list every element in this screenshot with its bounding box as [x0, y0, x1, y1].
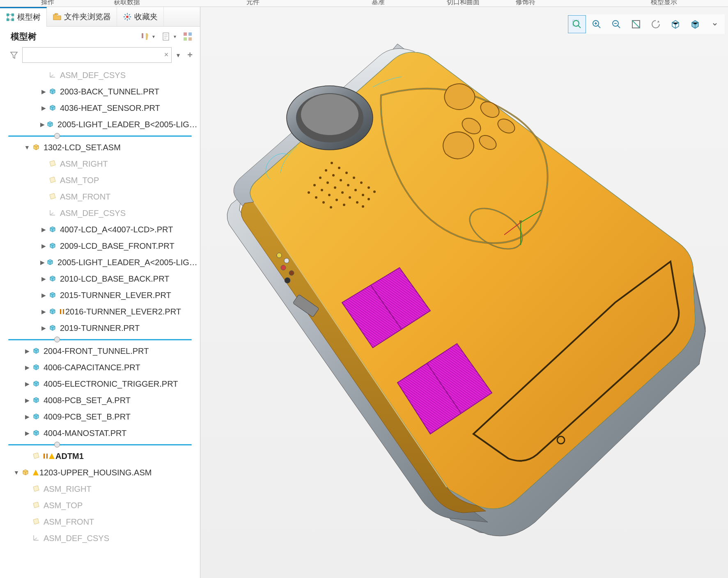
- tree-node[interactable]: ▶ASM_FRONT: [0, 188, 200, 205]
- svg-rect-9: [188, 37, 192, 41]
- expander-icon[interactable]: ▶: [39, 226, 48, 233]
- tree-node[interactable]: ▶4009-PCB_SET_B.PRT: [0, 408, 200, 425]
- tab-favorites[interactable]: 收藏夹: [117, 7, 164, 27]
- expander-icon[interactable]: ▶: [23, 348, 31, 354]
- tree-node[interactable]: ▶4006-CAPACITANCE.PRT: [0, 359, 200, 376]
- filter-clear-button[interactable]: ×: [164, 50, 169, 59]
- expander-icon[interactable]: ▶: [39, 275, 48, 282]
- tree-node[interactable]: ▶4004-MANOSTAT.PRT: [0, 425, 200, 441]
- ribbon-group-label: 操作: [41, 0, 54, 7]
- expander-icon[interactable]: ▼: [23, 144, 31, 151]
- tree-node[interactable]: ▶ASM_FRONT: [0, 514, 200, 530]
- svg-point-35: [334, 186, 336, 189]
- model-tree-scroll[interactable]: ▶ASM_DEF_CSYS▶2003-BACK_TUNNEL.PRT▶4036-…: [0, 67, 200, 578]
- filter-input[interactable]: [22, 47, 172, 63]
- svg-point-58: [285, 278, 290, 283]
- graphics-viewport[interactable]: [200, 7, 728, 578]
- tree-node[interactable]: ▶2005-LIGHT_LEADER_B<2005-LIGHT_LEADER>.…: [0, 116, 200, 133]
- tree-node-assembly[interactable]: ▼1302-LCD_SET.ASM: [0, 139, 200, 156]
- svg-point-49: [367, 198, 370, 200]
- expander-icon[interactable]: ▼: [12, 469, 21, 476]
- tree-node[interactable]: ▶2015-TURNNER_LEVER.PRT: [0, 287, 200, 303]
- tree-node[interactable]: ▶4007-LCD_A<4007-LCD>.PRT: [0, 221, 200, 238]
- expander-icon[interactable]: ▶: [39, 88, 48, 95]
- plane-icon: [32, 484, 41, 493]
- tree-node-label: ADTM1: [55, 452, 84, 461]
- tree-node[interactable]: ▶4008-PCB_SET_A.PRT: [0, 392, 200, 408]
- tree-node[interactable]: ▶2019-TURNNER.PRT: [0, 320, 200, 336]
- view-more-button[interactable]: [706, 15, 724, 33]
- tree-node-label: 1203-UPPER_HOUSING.ASM: [39, 468, 152, 477]
- plane-icon: [48, 192, 57, 201]
- tree-settings-button[interactable]: [140, 32, 150, 41]
- tree-node-datum[interactable]: ▶ADTM1: [0, 448, 200, 464]
- filter-button[interactable]: [9, 50, 19, 60]
- insert-indicator[interactable]: [0, 133, 200, 139]
- expander-icon[interactable]: ▶: [23, 413, 31, 420]
- tree-node-label: 4004-MANOSTAT.PRT: [44, 429, 126, 438]
- refit-button[interactable]: [627, 15, 645, 33]
- insert-indicator[interactable]: [0, 336, 200, 343]
- expander-icon[interactable]: ▶: [39, 308, 48, 315]
- expander-icon[interactable]: ▶: [39, 105, 48, 111]
- ribbon-group-label: 元件: [246, 0, 260, 7]
- display-component-button[interactable]: [686, 15, 704, 33]
- svg-point-64: [573, 21, 579, 26]
- tree-node[interactable]: ▶ASM_RIGHT: [0, 481, 200, 497]
- tree-node-assembly[interactable]: ▼1203-UPPER_HOUSING.ASM: [0, 464, 200, 481]
- tree-node[interactable]: ▶ASM_TOP: [0, 172, 200, 188]
- tab-model-tree[interactable]: 模型树: [0, 7, 47, 27]
- svg-rect-6: [184, 32, 187, 36]
- tree-node[interactable]: ▶2009-LCD_BASE_FRONT.PRT: [0, 238, 200, 254]
- expander-icon[interactable]: ▶: [23, 364, 31, 371]
- part-icon: [32, 429, 41, 438]
- tree-node[interactable]: ▶4036-HEAT_SENSOR.PRT: [0, 100, 200, 116]
- expander-icon[interactable]: ▶: [39, 259, 45, 266]
- expander-icon[interactable]: ▶: [39, 325, 48, 331]
- chevron-down-icon[interactable]: ▾: [152, 34, 155, 39]
- svg-point-27: [325, 169, 327, 172]
- repaint-button[interactable]: [647, 15, 665, 33]
- tree-node[interactable]: ▶2004-FRONT_TUNNEL.PRT: [0, 343, 200, 359]
- gear-icon: [183, 32, 193, 41]
- cube-solid-icon: [690, 19, 700, 30]
- ribbon-group-label: 模型显示: [651, 0, 677, 7]
- part-icon: [48, 103, 57, 112]
- tree-options-button[interactable]: [183, 32, 193, 41]
- ribbon-group-label: 修饰符: [516, 0, 535, 7]
- tree-node[interactable]: ▶2016-TURNNER_LEVER2.PRT: [0, 303, 200, 320]
- tree-node[interactable]: ▶2010-LCD_BASE_BACK.PRT: [0, 271, 200, 287]
- expander-icon[interactable]: ▶: [39, 292, 48, 298]
- zoom-out-button[interactable]: [607, 15, 625, 33]
- tree-node[interactable]: ▶ASM_TOP: [0, 497, 200, 514]
- svg-line-72: [618, 25, 620, 28]
- display-style-button[interactable]: [666, 15, 684, 33]
- insert-indicator[interactable]: [0, 441, 200, 448]
- tree-node[interactable]: ▶2003-BACK_TUNNEL.PRT: [0, 83, 200, 100]
- expander-icon[interactable]: ▶: [39, 121, 45, 128]
- zoom-window-button[interactable]: [568, 15, 586, 33]
- svg-point-44: [308, 191, 310, 194]
- tree-node[interactable]: ▶ASM_RIGHT: [0, 156, 200, 172]
- tree-node[interactable]: ▶2005-LIGHT_LEADER_A<2005-LIGHT_LEADER>.…: [0, 254, 200, 271]
- svg-point-57: [289, 271, 294, 275]
- expander-icon[interactable]: ▶: [23, 397, 31, 404]
- expander-icon[interactable]: ▶: [23, 381, 31, 387]
- tab-folder-browser[interactable]: 文件夹浏览器: [47, 7, 117, 27]
- svg-point-38: [356, 201, 358, 204]
- chevron-down-icon: [712, 19, 718, 30]
- svg-point-45: [315, 196, 317, 199]
- expander-icon[interactable]: ▶: [39, 243, 48, 249]
- filter-dropdown-button[interactable]: ▾: [175, 51, 181, 59]
- tree-node-label: 4007-LCD_A<4007-LCD>.PRT: [60, 225, 173, 234]
- tree-show-button[interactable]: [161, 32, 171, 41]
- chevron-down-icon[interactable]: ▾: [174, 34, 176, 39]
- tree-node[interactable]: ▶4005-ELECTRONIC_TRIGGER.PRT: [0, 376, 200, 392]
- tree-node[interactable]: ▶ASM_DEF_CSYS: [0, 205, 200, 221]
- folder-browser-icon: [53, 12, 62, 21]
- zoom-in-button[interactable]: [588, 15, 606, 33]
- filter-add-button[interactable]: +: [185, 50, 195, 60]
- tree-node[interactable]: ▶ASM_DEF_CSYS: [0, 530, 200, 546]
- tree-node[interactable]: ▶ASM_DEF_CSYS: [0, 67, 200, 83]
- expander-icon[interactable]: ▶: [23, 430, 31, 436]
